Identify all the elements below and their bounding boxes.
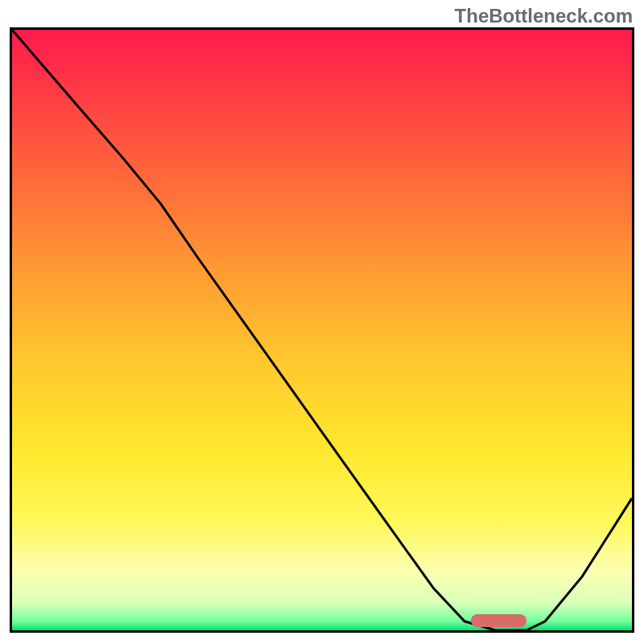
plot-area — [10, 27, 634, 633]
curve-layer — [12, 30, 632, 630]
bottleneck-chart: TheBottleneck.com — [0, 0, 644, 644]
watermark-text: TheBottleneck.com — [455, 5, 633, 27]
bottleneck-curve — [12, 30, 632, 630]
optimal-range-marker — [471, 614, 526, 627]
